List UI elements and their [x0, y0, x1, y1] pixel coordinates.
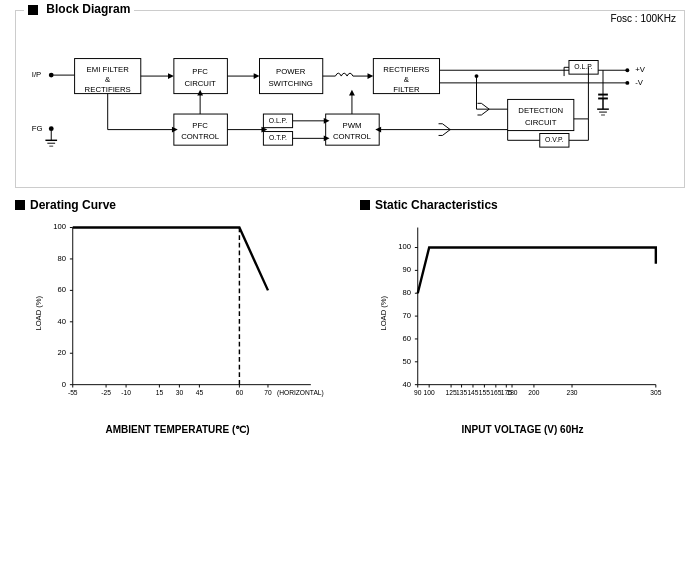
svg-text:CIRCUIT: CIRCUIT: [525, 118, 557, 127]
static-section: Static Characteristics 40 50 60: [350, 198, 685, 448]
svg-text:&: &: [404, 75, 410, 84]
svg-text:90: 90: [414, 389, 422, 396]
svg-text:DETECTION: DETECTION: [518, 106, 563, 115]
svg-point-38: [475, 74, 479, 78]
svg-text:O.T.P.: O.T.P.: [269, 134, 287, 141]
svg-text:135: 135: [456, 389, 467, 396]
derating-svg: 0 20 40 60 80 100: [15, 218, 340, 418]
svg-text:-10: -10: [121, 389, 131, 396]
svg-text:FILTER: FILTER: [393, 85, 420, 94]
svg-text:PFC: PFC: [192, 67, 208, 76]
fosc-label: Fosc : 100KHz: [610, 13, 676, 24]
svg-text:CONTROL: CONTROL: [333, 132, 372, 141]
svg-text:RECTIFIERS: RECTIFIERS: [85, 85, 131, 94]
svg-text:-55: -55: [68, 389, 78, 396]
svg-text:POWER: POWER: [276, 67, 306, 76]
svg-text:LOAD (%): LOAD (%): [34, 295, 43, 330]
arrow-pwm-up: [349, 90, 355, 96]
svg-point-0: [49, 73, 54, 78]
svg-text:180: 180: [506, 389, 517, 396]
svg-text:O.L.P.: O.L.P.: [269, 117, 287, 124]
svg-text:200: 200: [528, 389, 539, 396]
svg-text:CONTROL: CONTROL: [181, 132, 220, 141]
derating-section: Derating Curve 0 20 40: [15, 198, 350, 448]
svg-text:SWITCHING: SWITCHING: [268, 79, 312, 88]
svg-text:100: 100: [398, 242, 411, 251]
derating-title: Derating Curve: [15, 198, 340, 212]
svg-line-55: [442, 124, 450, 130]
minus-v: -V: [635, 78, 644, 87]
svg-text:100: 100: [53, 222, 66, 231]
static-x-label: INPUT VOLTAGE (V) 60Hz: [360, 424, 685, 435]
svg-text:70: 70: [403, 311, 411, 320]
arrow2: [254, 73, 260, 79]
svg-text:80: 80: [403, 288, 411, 297]
svg-text:90: 90: [403, 265, 411, 274]
arrow1: [168, 73, 174, 79]
svg-text:RECTIFIERS: RECTIFIERS: [383, 65, 429, 74]
derating-chart: 0 20 40 60 80 100: [15, 218, 340, 448]
derating-x-label: AMBIENT TEMPERATURE (℃): [15, 424, 340, 435]
svg-text:45: 45: [196, 389, 204, 396]
static-curve-line: [418, 248, 656, 294]
svg-text:CIRCUIT: CIRCUIT: [184, 79, 216, 88]
fg-terminal: FG: [32, 124, 43, 133]
svg-text:-25: -25: [101, 389, 111, 396]
svg-text:230: 230: [566, 389, 577, 396]
ip-terminal: I/P: [32, 70, 41, 79]
svg-point-31: [625, 81, 629, 85]
arrow3: [368, 73, 374, 79]
svg-text:70: 70: [264, 389, 272, 396]
block-diagram-title: Block Diagram: [24, 2, 134, 16]
static-svg: 40 50 60 70 80 90: [360, 218, 685, 418]
svg-text:40: 40: [403, 380, 411, 389]
svg-text:145: 145: [467, 389, 478, 396]
svg-text:50: 50: [403, 357, 411, 366]
svg-text:O.L.P.: O.L.P.: [574, 63, 592, 70]
svg-text:O.V.P.: O.V.P.: [545, 136, 564, 143]
bottom-sections: Derating Curve 0 20 40: [15, 198, 685, 448]
svg-text:305: 305: [650, 389, 661, 396]
static-icon: [360, 200, 370, 210]
svg-text:(HORIZONTAL): (HORIZONTAL): [277, 389, 324, 397]
svg-text:100: 100: [424, 389, 435, 396]
svg-text:60: 60: [236, 389, 244, 396]
derating-icon: [15, 200, 25, 210]
block-diagram-section: Block Diagram Fosc : 100KHz .box { fill:…: [15, 10, 685, 188]
svg-line-40: [481, 103, 489, 109]
static-chart: 40 50 60 70 80 90: [360, 218, 685, 448]
svg-line-41: [481, 109, 489, 115]
svg-text:&: &: [105, 75, 111, 84]
svg-text:60: 60: [58, 285, 66, 294]
svg-text:155: 155: [479, 389, 490, 396]
svg-text:PFC: PFC: [192, 121, 208, 130]
svg-point-22: [625, 68, 629, 72]
svg-text:LOAD (%): LOAD (%): [379, 295, 388, 330]
svg-text:80: 80: [58, 254, 66, 263]
svg-text:20: 20: [58, 348, 66, 357]
svg-point-2: [49, 126, 54, 131]
svg-text:60: 60: [403, 334, 411, 343]
svg-text:15: 15: [156, 389, 164, 396]
block-diagram-svg: .box { fill: white; stroke: #000; stroke…: [24, 17, 676, 177]
svg-text:0: 0: [62, 380, 66, 389]
svg-text:EMI FILTER: EMI FILTER: [87, 65, 130, 74]
static-title: Static Characteristics: [360, 198, 685, 212]
plus-v: +V: [635, 65, 646, 74]
page: Block Diagram Fosc : 100KHz .box { fill:…: [0, 0, 700, 567]
svg-text:40: 40: [58, 317, 66, 326]
svg-line-56: [442, 130, 450, 136]
svg-text:PWM: PWM: [342, 121, 361, 130]
svg-text:30: 30: [176, 389, 184, 396]
